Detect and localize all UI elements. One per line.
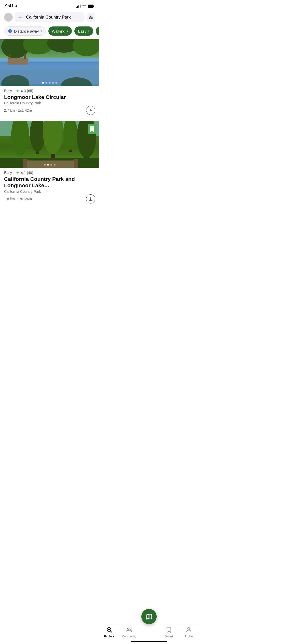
status-icons [76,5,94,8]
trail-2-rating: 4.1 (40) [21,171,33,175]
trail-2-dots [44,164,56,166]
dot-2-4 [54,164,56,166]
trail-card-2[interactable]: Easy · ★ 4.1 (40) California Country Par… [0,121,99,204]
trail-2-name: California Country Park and Longmoor Lak… [4,176,95,188]
walking-pill-label: Walking [52,29,65,33]
signal-bars-icon [76,5,80,8]
svg-point-7 [90,18,91,19]
filter-button[interactable] [87,13,95,22]
dot-5 [56,82,57,84]
bookmark-badge-2[interactable] [88,124,96,134]
svg-rect-18 [9,54,10,59]
distance-pill-label: Distance away [14,29,39,33]
trail-2-distance: 1.8 km · Est. 26m [4,197,32,201]
sliders-icon [89,15,93,20]
difficulty-pill-label: Easy [78,29,86,33]
dot-2-3 [50,164,52,166]
difficulty-chevron-icon: ▾ [88,30,90,33]
bookmark-saved-icon [88,124,96,134]
trail-card-1[interactable]: Easy · ★ 4.3 (65) Longmoor Lake Circular… [0,39,99,116]
dot-4 [52,82,54,84]
dot-2-1 [44,164,46,166]
hexagon-plus-icon [8,29,12,33]
trail-1-meta: Easy · ★ 4.3 (65) [4,89,95,93]
trail-image-1 [0,39,99,86]
trail-1-difficulty: Easy [4,89,12,93]
download-button-1[interactable] [86,106,95,115]
trail-1-name: Longmoor Lake Circular [4,94,95,100]
filter-pills: Distance away ▾ Walking ▾ Easy ▾ 0 km [0,25,99,39]
trail-2-location: California Country Park [4,189,95,194]
distance-filter-pill[interactable]: Distance away ▾ [4,26,46,36]
trail-1-dots [42,82,57,84]
trail-2-meta: Easy · ★ 4.1 (40) [4,171,95,175]
trail-image-2 [0,121,99,168]
avatar[interactable] [4,13,13,22]
difficulty-filter-pill[interactable]: Easy ▾ [74,26,93,36]
trail-1-location: California Country Park [4,101,95,105]
status-bar: 9:41 [0,0,99,11]
location-arrow-icon [15,5,18,8]
trail-2-stats: 1.8 km · Est. 26m [4,194,95,203]
dot-2-2-active [47,164,49,166]
svg-rect-19 [24,54,26,59]
trail-1-rating: 4.3 (65) [21,89,33,93]
svg-rect-1 [93,5,94,7]
star-icon-2: ★ [16,171,19,175]
download-icon-2 [88,197,93,201]
dot-3 [49,82,51,84]
trail-1-info: Easy · ★ 4.3 (65) Longmoor Lake Circular… [0,86,99,116]
download-icon-1 [88,108,93,113]
wifi-icon [82,5,86,8]
dot-2 [46,82,47,84]
back-button[interactable]: ← [18,15,23,20]
search-query: California Country Park [26,15,81,20]
status-time: 9:41 [5,4,14,9]
trail-1-stats: 2.7 km · Est. 42m [4,106,95,115]
trail-2-difficulty: Easy [4,171,12,175]
search-bar-container: ← California Country Park [0,11,99,25]
distance-chevron-icon: ▾ [40,30,42,33]
walking-filter-pill[interactable]: Walking ▾ [48,26,72,36]
km-filter-pill[interactable]: 0 km [96,26,99,36]
forest-scene-icon [0,121,99,168]
trail-1-distance: 2.7 km · Est. 42m [4,108,32,112]
svg-rect-17 [8,58,28,65]
svg-rect-37 [74,159,78,168]
svg-point-5 [90,16,91,17]
dot-1-active [42,82,44,84]
search-bar[interactable]: ← California Country Park [15,12,85,22]
trail-2-info: Easy · ★ 4.1 (40) California Country Par… [0,168,99,204]
svg-rect-0 [88,5,93,8]
lake-scene-icon [0,39,99,86]
download-button-2[interactable] [86,194,95,203]
svg-point-6 [91,17,92,18]
star-icon-1: ★ [16,89,19,93]
battery-icon [88,5,94,8]
walking-chevron-icon: ▾ [67,30,68,33]
trail-list: Easy · ★ 4.3 (65) Longmoor Lake Circular… [0,39,99,240]
svg-rect-36 [23,159,27,168]
